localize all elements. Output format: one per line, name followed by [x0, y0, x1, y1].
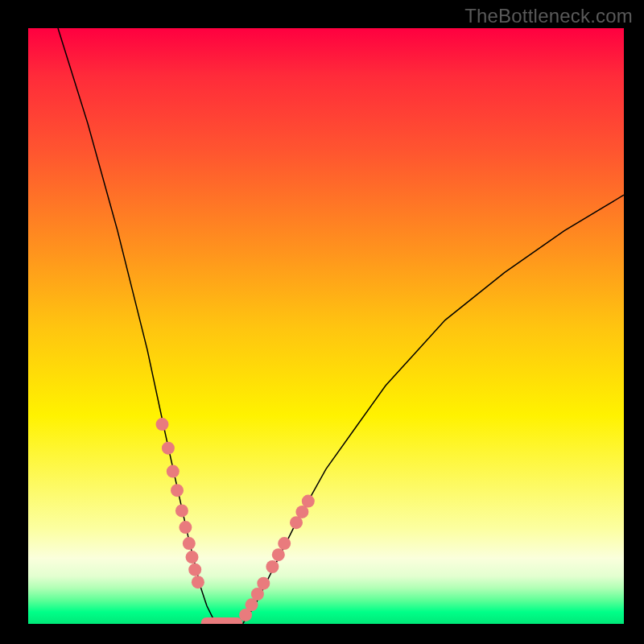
data-marker: [171, 484, 184, 497]
data-marker: [162, 442, 175, 455]
bottleneck-curve: [58, 28, 624, 624]
data-marker: [188, 564, 201, 576]
data-marker: [278, 537, 291, 550]
markers-group: [156, 418, 315, 621]
data-marker: [183, 537, 196, 550]
data-marker: [192, 576, 204, 588]
valley-bottom-band: [201, 617, 243, 624]
data-marker: [266, 560, 279, 573]
curve-svg: [28, 28, 624, 624]
data-marker: [272, 548, 285, 561]
plot-area: [28, 28, 624, 624]
data-marker: [257, 577, 270, 590]
chart-container: TheBottleneck.com: [0, 0, 644, 644]
watermark-text: TheBottleneck.com: [464, 5, 633, 27]
data-marker: [179, 521, 192, 534]
data-marker: [175, 504, 188, 517]
data-marker: [302, 495, 315, 508]
data-marker: [167, 465, 180, 478]
data-marker: [156, 418, 169, 431]
data-marker: [186, 551, 199, 564]
